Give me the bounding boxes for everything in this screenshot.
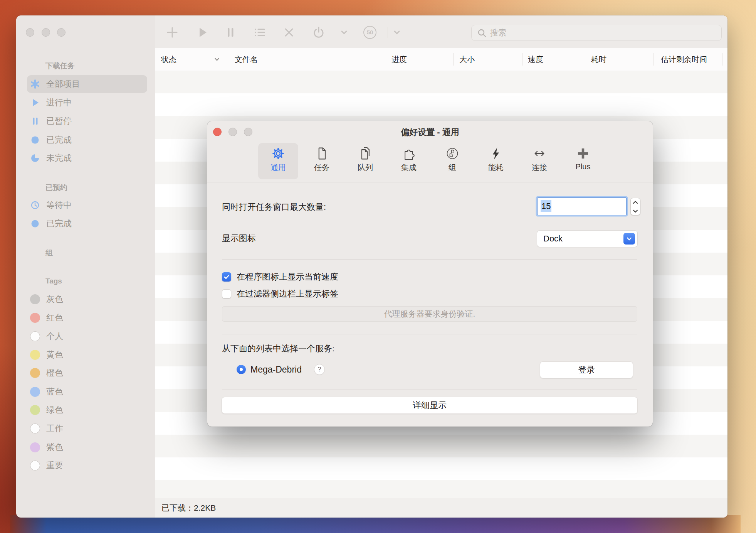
- close-window-button[interactable]: [26, 28, 34, 37]
- sidebar-item-in-progress[interactable]: 进行中: [27, 94, 147, 111]
- service-radio[interactable]: [237, 365, 246, 374]
- sidebar: 下载任务 全部项目 进行中 已暂停: [16, 15, 155, 518]
- column-separator: [654, 53, 654, 66]
- sidebar-section-tags: Tags: [45, 276, 62, 286]
- column-header-eta[interactable]: 估计剩余时间: [661, 48, 707, 71]
- tag-color-dot: [30, 442, 40, 452]
- sidebar-tag-personal[interactable]: 个人: [27, 327, 147, 345]
- tag-label: 紫色: [46, 439, 63, 456]
- minimize-window-button[interactable]: [42, 28, 50, 37]
- pause-button[interactable]: [223, 25, 238, 40]
- search-input[interactable]: 搜索: [471, 25, 722, 41]
- start-button[interactable]: [195, 25, 210, 40]
- sidebar-item-incomplete[interactable]: 未完成: [27, 149, 147, 167]
- tag-color-dot: [30, 423, 40, 433]
- column-header-progress[interactable]: 进度: [391, 48, 407, 71]
- puzzle-icon: [402, 146, 416, 162]
- tab-tasks[interactable]: 任务: [302, 143, 342, 179]
- selected-text: 15: [541, 200, 551, 212]
- sidebar-item-all[interactable]: 全部项目: [27, 75, 147, 93]
- sidebar-item-waiting[interactable]: 等待中: [27, 196, 147, 214]
- status-bar: 已下载：2.2KB: [155, 498, 727, 518]
- login-button[interactable]: 登录: [540, 362, 633, 378]
- sort-chevron-icon[interactable]: [213, 56, 220, 64]
- tab-label: 通用: [258, 162, 298, 173]
- double-arrow-icon: [533, 146, 546, 162]
- cancel-button[interactable]: [281, 25, 297, 40]
- column-separator: [386, 53, 386, 66]
- tab-integration[interactable]: 集成: [389, 143, 429, 179]
- dropdown-value: Dock: [543, 231, 563, 247]
- queue-list-button[interactable]: [252, 25, 267, 40]
- add-task-button[interactable]: [165, 25, 180, 40]
- sidebar-item-completed[interactable]: 已完成: [27, 131, 147, 149]
- tab-label: 任务: [302, 162, 342, 173]
- column-header-elapsed[interactable]: 耗时: [591, 48, 606, 71]
- tab-plus[interactable]: Plus: [563, 143, 603, 179]
- stepper-up-button[interactable]: [631, 198, 640, 207]
- max-windows-stepper[interactable]: [630, 198, 640, 215]
- sidebar-tag-red[interactable]: 红色: [27, 309, 147, 327]
- sidebar-tag-purple[interactable]: 紫色: [27, 439, 147, 456]
- column-header-filename[interactable]: 文件名: [235, 48, 258, 71]
- tab-queue[interactable]: 队列: [345, 143, 385, 179]
- show-icon-dropdown[interactable]: Dock: [537, 231, 637, 247]
- tag-label: 灰色: [46, 290, 63, 308]
- divider: [207, 182, 653, 182]
- sidebar-item-paused[interactable]: 已暂停: [27, 112, 147, 130]
- power-button[interactable]: [311, 25, 326, 40]
- tag-label: 蓝色: [46, 383, 63, 401]
- pie-icon: [30, 153, 40, 163]
- sidebar-tag-green[interactable]: 绿色: [27, 401, 147, 419]
- group-circle-icon: [445, 146, 459, 162]
- show-tags-checkbox[interactable]: [222, 289, 231, 299]
- downloaded-total: 已下载：2.2KB: [161, 498, 216, 518]
- tag-color-dot: [30, 405, 40, 415]
- divider: [222, 334, 637, 334]
- speed-limit-button[interactable]: 50: [363, 26, 376, 39]
- service-name: Mega-Debrid: [250, 364, 302, 375]
- sidebar-section-groups: 组: [45, 248, 53, 258]
- sidebar-tag-orange[interactable]: 橙色: [27, 364, 147, 382]
- sidebar-item-label: 等待中: [46, 196, 72, 214]
- column-separator: [522, 53, 522, 66]
- pause-icon: [30, 116, 40, 126]
- wallpaper-bottom-strip: [10, 515, 741, 533]
- chevron-down-icon[interactable]: [389, 25, 405, 40]
- sidebar-tag-important[interactable]: 重要: [27, 457, 147, 474]
- detail-display-button[interactable]: 详细显示: [222, 397, 637, 413]
- sidebar-item-label: 未完成: [46, 149, 72, 167]
- tab-general[interactable]: 通用: [258, 143, 298, 179]
- tab-connection[interactable]: 连接: [519, 143, 559, 179]
- sidebar-section-scheduled: 已预约: [45, 183, 67, 193]
- max-windows-label: 同时打开任务窗口最大数量:: [222, 198, 326, 216]
- toolbar-separator: [335, 27, 335, 38]
- tab-label: 集成: [389, 162, 429, 173]
- dialog-title: 偏好设置 - 通用: [207, 127, 653, 138]
- sidebar-tag-yellow[interactable]: 黄色: [27, 346, 147, 364]
- zoom-window-button[interactable]: [57, 28, 66, 37]
- tab-energy[interactable]: 能耗: [476, 143, 516, 179]
- show-speed-checkbox[interactable]: [222, 272, 231, 282]
- clock-icon: [30, 200, 40, 210]
- chevron-down-icon[interactable]: [336, 25, 352, 40]
- column-header-status[interactable]: 状态: [161, 48, 176, 71]
- column-header-size[interactable]: 大小: [459, 48, 475, 71]
- tag-label: 黄色: [46, 346, 63, 364]
- tag-color-dot: [30, 294, 40, 304]
- sidebar-tag-blue[interactable]: 蓝色: [27, 383, 147, 401]
- help-button[interactable]: ?: [314, 364, 324, 374]
- sidebar-tag-gray[interactable]: 灰色: [27, 290, 147, 308]
- tab-label: 能耗: [476, 162, 516, 173]
- column-header-speed[interactable]: 速度: [528, 48, 543, 71]
- show-tags-label: 在过滤器侧边栏上显示标签: [237, 289, 338, 299]
- max-windows-input[interactable]: 15: [537, 197, 627, 215]
- tag-color-dot: [30, 313, 40, 323]
- stepper-down-button[interactable]: [631, 207, 640, 216]
- sidebar-tag-work[interactable]: 工作: [27, 420, 147, 437]
- tab-group[interactable]: 组: [432, 143, 472, 179]
- sidebar-item-scheduled-completed[interactable]: 已完成: [27, 215, 147, 233]
- search-placeholder: 搜索: [490, 25, 506, 40]
- column-separator: [722, 53, 722, 66]
- document-icon: [315, 146, 329, 162]
